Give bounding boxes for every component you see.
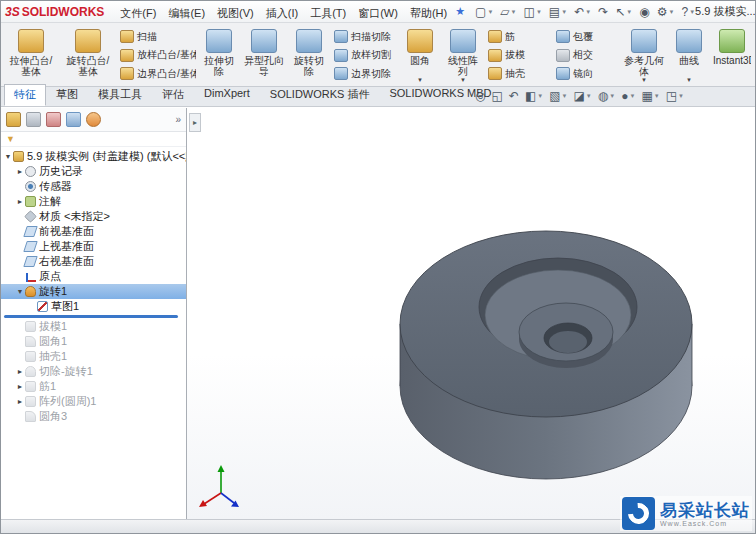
tree-item[interactable]: 圆角3: [1, 409, 186, 424]
help-icon[interactable]: ?▼: [681, 5, 695, 19]
tree-item[interactable]: 传感器: [1, 179, 186, 194]
configurationmanager-tab[interactable]: [46, 112, 61, 127]
previous-view-icon[interactable]: ↶: [509, 89, 519, 103]
options-icon[interactable]: ⚙▼: [657, 5, 675, 19]
tree-item[interactable]: 草图1: [1, 299, 186, 314]
swept-cut-button[interactable]: 扫描切除: [331, 28, 398, 45]
rebuild-icon[interactable]: ◉: [639, 5, 649, 19]
select-icon[interactable]: ↖▼: [615, 5, 632, 19]
dropdown-arrow-icon[interactable]: ▼: [536, 9, 542, 15]
tree-expand-arrow-icon[interactable]: ▼: [3, 153, 13, 160]
zoom-area-icon[interactable]: ◱: [491, 89, 502, 103]
dropdown-arrow-icon[interactable]: ▼: [609, 93, 615, 99]
dropdown-arrow-icon[interactable]: ▼: [561, 9, 567, 15]
tab-dimxpert[interactable]: DimXpert: [194, 84, 260, 106]
mirror-button[interactable]: 镜向: [553, 65, 620, 82]
dropdown-arrow-icon[interactable]: ▼: [626, 9, 632, 15]
menu-file[interactable]: 文件(F): [114, 5, 162, 21]
tree-item[interactable]: ▼旋转1: [1, 284, 186, 299]
redo-icon[interactable]: ↷: [598, 5, 608, 19]
curves-button[interactable]: 曲线▼: [668, 25, 710, 85]
tree-expand-arrow-icon[interactable]: ►: [15, 168, 25, 175]
open-icon[interactable]: ▱▼: [500, 5, 516, 19]
display-style-icon[interactable]: ◪▼: [573, 89, 591, 103]
save-icon[interactable]: ◫▼: [524, 5, 542, 19]
menu-tools[interactable]: 工具(T): [304, 5, 352, 21]
tree-item[interactable]: 右视基准面: [1, 254, 186, 269]
tree-expand-arrow-icon[interactable]: ►: [15, 198, 25, 205]
dropdown-arrow-icon[interactable]: ▼: [668, 9, 674, 15]
instant3d-button[interactable]: Instant3D: [711, 25, 753, 85]
rib-button[interactable]: 筋: [485, 28, 552, 45]
tree-item[interactable]: ►历史记录: [1, 164, 186, 179]
dropdown-arrow-icon[interactable]: ▼: [487, 9, 493, 15]
hide-show-items-icon[interactable]: ◍▼: [598, 89, 615, 103]
hole-wizard-button[interactable]: 异型孔向导: [241, 25, 287, 85]
fillet-button[interactable]: 圆角▼: [399, 25, 441, 85]
tree-expand-arrow-icon[interactable]: ►: [15, 398, 25, 405]
dropdown-arrow-icon[interactable]: ▼: [629, 93, 635, 99]
intersect-button[interactable]: 相交: [553, 47, 620, 64]
menu-help[interactable]: 帮助(H): [404, 5, 453, 21]
tab-evaluate[interactable]: 评估: [152, 84, 194, 106]
swept-boss-button[interactable]: 扫描: [117, 28, 197, 45]
zoom-fit-icon[interactable]: ◎: [475, 89, 485, 103]
dropdown-arrow-icon[interactable]: ▼: [562, 93, 568, 99]
tab-mold-tools[interactable]: 模具工具: [88, 84, 152, 106]
draft-button[interactable]: 拔模: [485, 47, 552, 64]
lofted-cut-button[interactable]: 放样切割: [331, 47, 398, 64]
solidworks-resources-icon[interactable]: ★: [455, 5, 465, 18]
tree-item[interactable]: 上视基准面: [1, 239, 186, 254]
tree-item[interactable]: 材质 <未指定>: [1, 209, 186, 224]
tree-item[interactable]: ►注解: [1, 194, 186, 209]
propertymanager-tab[interactable]: [26, 112, 41, 127]
menu-insert[interactable]: 插入(I): [260, 5, 304, 21]
rollback-bar[interactable]: [4, 315, 178, 318]
reference-geometry-button[interactable]: 参考几何体▼: [621, 25, 667, 85]
tree-expand-arrow-icon[interactable]: ►: [15, 383, 25, 390]
tree-item[interactable]: 原点: [1, 269, 186, 284]
tree-filter-row[interactable]: ▼: [1, 132, 186, 147]
shell-button[interactable]: 抽壳: [485, 65, 552, 82]
tab-sketch[interactable]: 草图: [46, 84, 88, 106]
dimxpertmanager-tab[interactable]: [66, 112, 81, 127]
tree-item[interactable]: 圆角1: [1, 334, 186, 349]
panel-chevron-icon[interactable]: »: [175, 114, 181, 125]
tab-features[interactable]: 特征: [4, 84, 46, 106]
apply-scene-icon[interactable]: ▦▼: [641, 89, 659, 103]
extruded-boss-button[interactable]: 拉伸凸台/基体: [3, 25, 59, 85]
filter-funnel-icon[interactable]: ▼: [6, 135, 15, 144]
tree-item[interactable]: 拔模1: [1, 319, 186, 334]
undo-icon[interactable]: ↶▼: [574, 5, 591, 19]
linear-pattern-button[interactable]: 线性阵列▼: [442, 25, 484, 85]
tree-expand-arrow-icon[interactable]: ▼: [15, 288, 25, 295]
section-view-icon[interactable]: ◧▼: [525, 89, 543, 103]
dropdown-arrow-icon[interactable]: ▼: [641, 77, 647, 84]
dropdown-arrow-icon[interactable]: ▼: [654, 93, 660, 99]
revolved-cut-button[interactable]: 旋转切除: [288, 25, 330, 85]
graphics-viewport[interactable]: ▸: [187, 108, 755, 519]
new-document-icon[interactable]: ▢▼: [475, 5, 493, 19]
edit-appearance-icon[interactable]: ●▼: [621, 89, 635, 103]
tree-item[interactable]: 前视基准面: [1, 224, 186, 239]
tree-item[interactable]: 抽壳1: [1, 349, 186, 364]
tree-item[interactable]: ►阵列(圆周)1: [1, 394, 186, 409]
tree-item[interactable]: ►切除-旋转1: [1, 364, 186, 379]
print-icon[interactable]: ▤▼: [549, 5, 567, 19]
wrap-button[interactable]: 包覆: [553, 28, 620, 45]
revolved-boss-button[interactable]: 旋转凸台/基体: [60, 25, 116, 85]
dropdown-arrow-icon[interactable]: ▼: [586, 93, 592, 99]
dropdown-arrow-icon[interactable]: ▼: [678, 93, 684, 99]
boundary-cut-button[interactable]: 边界切除: [331, 65, 398, 82]
dropdown-arrow-icon[interactable]: ▼: [417, 77, 423, 84]
tree-item[interactable]: ►筋1: [1, 379, 186, 394]
extruded-cut-button[interactable]: 拉伸切除: [198, 25, 240, 85]
menu-window[interactable]: 窗口(W): [352, 5, 404, 21]
dropdown-arrow-icon[interactable]: ▼: [511, 9, 517, 15]
dropdown-arrow-icon[interactable]: ▼: [585, 9, 591, 15]
view-settings-icon[interactable]: ◳▼: [666, 89, 684, 103]
dropdown-arrow-icon[interactable]: ▼: [537, 93, 543, 99]
lofted-boss-button[interactable]: 放样凸台/基体: [117, 47, 197, 64]
menu-edit[interactable]: 编辑(E): [162, 5, 211, 21]
dropdown-arrow-icon[interactable]: ▼: [686, 77, 692, 84]
